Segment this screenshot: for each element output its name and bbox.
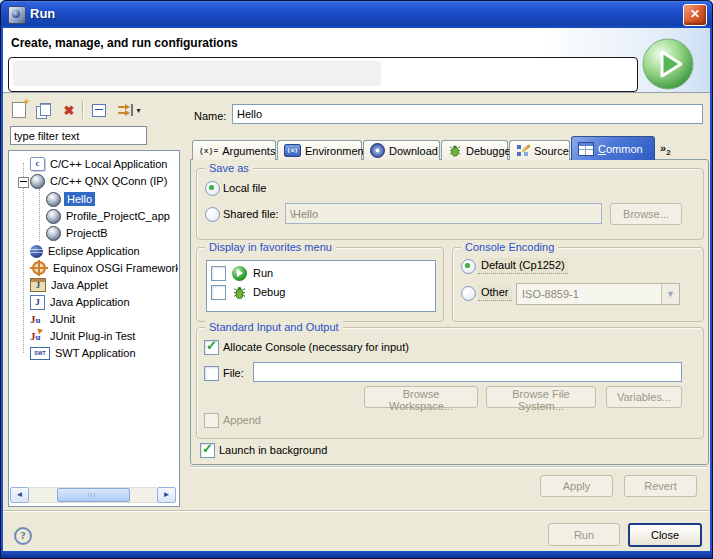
encoding-other-radio[interactable]: [461, 286, 476, 301]
tab-arguments[interactable]: Arguments: [192, 140, 276, 160]
horizontal-scrollbar[interactable]: ◄ ►: [10, 487, 176, 503]
launch-in-background-label: Launch in background: [219, 443, 327, 457]
allocate-console-label: Allocate Console (necessary for input): [223, 340, 409, 354]
browse-filesystem-button: Browse File System...: [486, 386, 596, 408]
filter-icon: [117, 103, 134, 117]
tree-item-label: JUnit: [48, 313, 77, 325]
browse-workspace-button: Browse Workspace...: [364, 386, 478, 408]
tree-item-cpp-local-application[interactable]: C/C++ Local Application: [10, 156, 178, 172]
run-banner-icon: [641, 37, 695, 93]
tree-item-label: Eclipse Application: [46, 245, 142, 257]
window-frame-left: [0, 28, 3, 551]
tree-expand-toggle[interactable]: [18, 177, 29, 188]
tree-item-label: JUnit Plug-in Test: [48, 330, 137, 342]
file-label: File:: [223, 366, 244, 380]
tab-label: Common: [598, 143, 643, 155]
window-title: Run: [30, 6, 55, 21]
tab-debugger[interactable]: Debugger: [441, 140, 508, 160]
favorites-list: Run Debug: [206, 260, 436, 312]
tree-item-label: SWT Application: [53, 347, 138, 359]
tree-item-java-application[interactable]: Java Application: [10, 294, 178, 310]
tree-item-cpp-qnx-qconn[interactable]: C/C++ QNX QConn (IP): [10, 173, 178, 189]
header-title: Create, manage, and run configurations: [11, 36, 238, 50]
name-input[interactable]: [232, 104, 703, 124]
junit-icon: [30, 313, 45, 326]
favorites-item-label: Debug: [253, 286, 285, 298]
collapse-all-button[interactable]: [88, 100, 110, 120]
tree-item-label: Profile_ProjectC_app: [64, 210, 172, 222]
tree-item-eclipse-application[interactable]: Eclipse Application: [10, 243, 178, 259]
eclipse-application-icon: [30, 245, 43, 258]
shared-file-radio[interactable]: [205, 207, 220, 222]
tree-item-junit[interactable]: JUnit: [10, 311, 178, 327]
local-file-radio[interactable]: [205, 181, 220, 196]
favorites-item-debug[interactable]: Debug: [211, 284, 433, 300]
append-checkbox: [204, 413, 219, 428]
favorites-group-title: Display in favorites menu: [205, 240, 336, 254]
scroll-right-button[interactable]: ►: [157, 487, 176, 503]
tree-item-hello[interactable]: Hello: [10, 191, 178, 207]
title-bar[interactable]: Run: [0, 0, 713, 28]
tab-common[interactable]: Common: [571, 136, 655, 160]
tree-item-label: C/C++ QNX QConn (IP): [48, 175, 169, 187]
scrollbar-thumb[interactable]: [57, 488, 129, 502]
delete-configuration-button[interactable]: [58, 100, 80, 120]
scrollbar-track[interactable]: [29, 487, 157, 503]
tab-overflow-chevron[interactable]: »2: [660, 142, 671, 157]
equinox-osgi-icon: [32, 261, 46, 275]
tab-label: Environment: [305, 145, 367, 157]
encoding-default-radio[interactable]: [461, 259, 476, 274]
launch-in-background-checkbox[interactable]: [200, 443, 215, 458]
dialog-separator: [3, 510, 710, 511]
encoding-other-label: Other: [478, 285, 512, 301]
tree-item-java-applet[interactable]: Java Applet: [10, 277, 178, 293]
dialog-header: Create, manage, and run configurations: [3, 28, 710, 93]
configurations-tree: C/C++ Local Application C/C++ QNX QConn …: [8, 150, 180, 507]
tree-item-equinox-osgi[interactable]: Equinox OSGi Framework: [10, 260, 178, 276]
tree-item-profile-projectc[interactable]: Profile_ProjectC_app: [10, 208, 178, 224]
apply-button: Apply: [540, 475, 613, 497]
run-checkbox[interactable]: [211, 266, 226, 281]
tree-item-label-selected: Hello: [64, 192, 95, 206]
close-button[interactable]: Close: [628, 523, 702, 547]
append-label: Append: [223, 413, 261, 427]
tree-item-projectb[interactable]: ProjectB: [10, 225, 178, 241]
tree-item-label: C/C++ Local Application: [48, 158, 169, 170]
allocate-console-checkbox[interactable]: [204, 340, 219, 355]
tab-download[interactable]: Download: [363, 140, 440, 160]
tab-environment[interactable]: Environment: [277, 140, 362, 160]
file-checkbox[interactable]: [204, 366, 219, 381]
encoding-combo: ISO-8859-1 ▼: [516, 283, 680, 305]
help-button[interactable]: ?: [14, 527, 32, 545]
close-window-button[interactable]: [683, 4, 707, 26]
debug-checkbox[interactable]: [211, 285, 226, 300]
tree-item-label: Equinox OSGi Framework: [51, 262, 178, 274]
duplicate-configuration-button[interactable]: [33, 100, 55, 120]
window-frame-bottom: [0, 551, 713, 559]
filter-input[interactable]: [10, 126, 147, 145]
java-applet-icon: [30, 278, 46, 292]
run-icon: [232, 266, 247, 281]
filter-button[interactable]: ▾: [112, 100, 146, 120]
save-as-group-title: Save as: [205, 161, 253, 175]
variables-button: Variables...: [606, 386, 682, 408]
console-encoding-group-title: Console Encoding: [461, 240, 558, 254]
new-configuration-icon: [12, 102, 26, 118]
encoding-combo-value: ISO-8859-1: [517, 288, 661, 300]
tab-label: Debugger: [466, 145, 514, 157]
tree-item-junit-plugin-test[interactable]: JUnit Plug-in Test: [10, 328, 178, 344]
tab-source[interactable]: Source: [509, 140, 570, 160]
name-label: Name:: [194, 109, 226, 123]
file-input[interactable]: [253, 362, 682, 382]
overflow-count: 2: [666, 148, 670, 157]
debug-icon: [232, 285, 247, 300]
tree-item-swt-application[interactable]: SWT Application: [10, 345, 178, 361]
encoding-default-label: Default (Cp1252): [478, 258, 568, 274]
browse-shared-button: Browse...: [610, 203, 682, 225]
scroll-left-button[interactable]: ◄: [10, 487, 29, 503]
favorites-item-run[interactable]: Run: [211, 265, 433, 281]
source-icon: [516, 144, 530, 157]
common-icon: [578, 142, 594, 156]
new-configuration-button[interactable]: [8, 100, 30, 120]
shared-file-input: [285, 203, 602, 224]
